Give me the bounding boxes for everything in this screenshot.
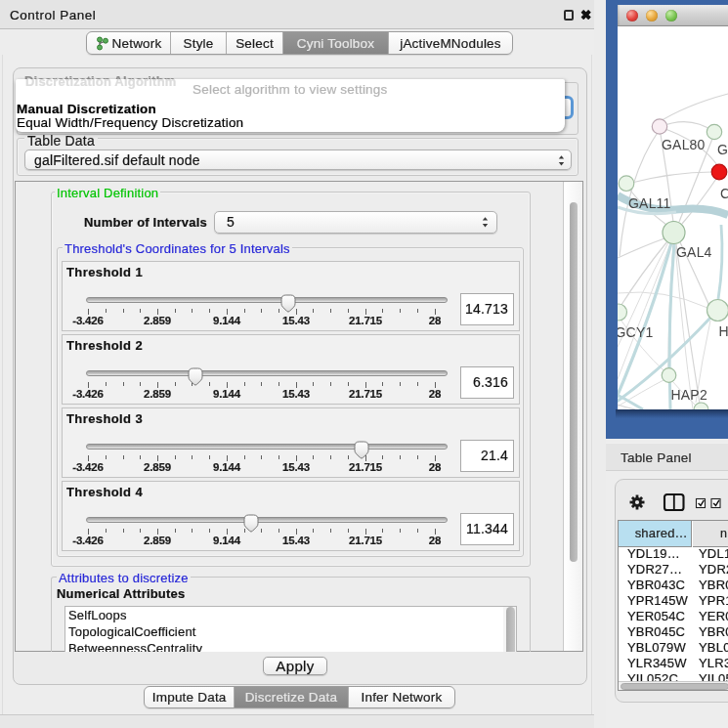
svg-text:HAP2: HAP2 <box>671 387 707 403</box>
svg-text:GAL11: GAL11 <box>628 195 671 211</box>
svg-text:GA: GA <box>717 142 728 157</box>
svg-text:HI: HI <box>719 323 728 339</box>
svg-text:GCY1: GCY1 <box>618 324 653 340</box>
svg-text:GAL4: GAL4 <box>676 244 712 260</box>
svg-text:GAL80: GAL80 <box>662 137 706 152</box>
svg-text:CY: CY <box>720 186 728 201</box>
